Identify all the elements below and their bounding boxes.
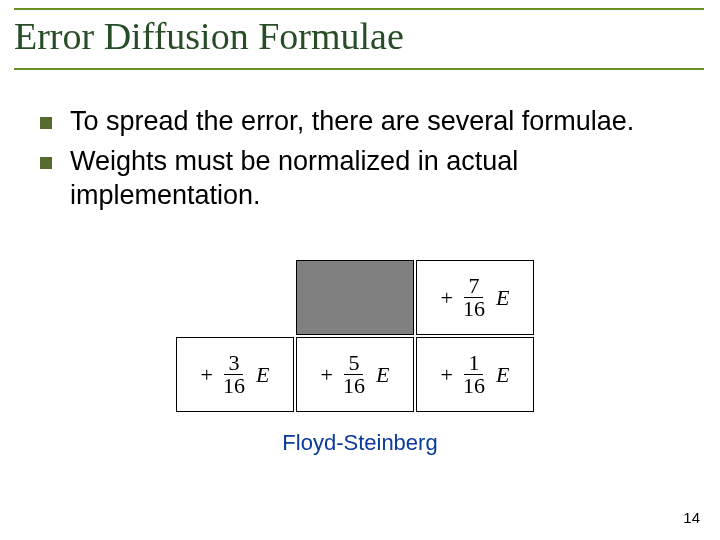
square-bullet-icon [40, 157, 52, 169]
bullet-item: Weights must be normalized in actual imp… [40, 145, 680, 213]
diagram-caption: Floyd-Steinberg [0, 430, 720, 456]
page-number: 14 [683, 509, 700, 526]
kernel-top-row: + 7 16 E [175, 260, 535, 337]
plus-sign: + [201, 362, 213, 388]
fraction-num: 5 [344, 352, 363, 375]
plus-sign: + [441, 285, 453, 311]
kernel-cell: + 1 16 E [416, 337, 534, 412]
fraction: 3 16 [219, 352, 249, 397]
kernel-current-pixel [296, 260, 414, 335]
body: To spread the error, there are several f… [40, 105, 680, 218]
error-symbol: E [376, 362, 389, 388]
fraction-den: 16 [219, 375, 249, 397]
bullet-item: To spread the error, there are several f… [40, 105, 680, 139]
kernel-cell: + 3 16 E [176, 337, 294, 412]
square-bullet-icon [40, 117, 52, 129]
title-bar: Error Diffusion Formulae [14, 8, 704, 70]
kernel-bottom-row: + 3 16 E + 5 16 E + 1 16 [175, 337, 535, 414]
kernel-diagram: + 7 16 E + 3 16 E + 5 16 [175, 260, 535, 414]
title-underline: Error Diffusion Formulae [14, 14, 704, 70]
fraction-den: 16 [459, 298, 489, 320]
fraction-num: 1 [464, 352, 483, 375]
fraction-den: 16 [339, 375, 369, 397]
fraction: 7 16 [459, 275, 489, 320]
error-symbol: E [496, 285, 509, 311]
bullet-text: Weights must be normalized in actual imp… [70, 145, 680, 213]
bullet-text: To spread the error, there are several f… [70, 105, 634, 139]
fraction: 1 16 [459, 352, 489, 397]
plus-sign: + [321, 362, 333, 388]
fraction-den: 16 [459, 375, 489, 397]
plus-sign: + [441, 362, 453, 388]
error-symbol: E [256, 362, 269, 388]
slide: Error Diffusion Formulae To spread the e… [0, 0, 720, 540]
fraction-num: 7 [464, 275, 483, 298]
kernel-cell: + 5 16 E [296, 337, 414, 412]
kernel-cell: + 7 16 E [416, 260, 534, 335]
fraction: 5 16 [339, 352, 369, 397]
error-symbol: E [496, 362, 509, 388]
slide-title: Error Diffusion Formulae [14, 15, 404, 57]
fraction-num: 3 [224, 352, 243, 375]
